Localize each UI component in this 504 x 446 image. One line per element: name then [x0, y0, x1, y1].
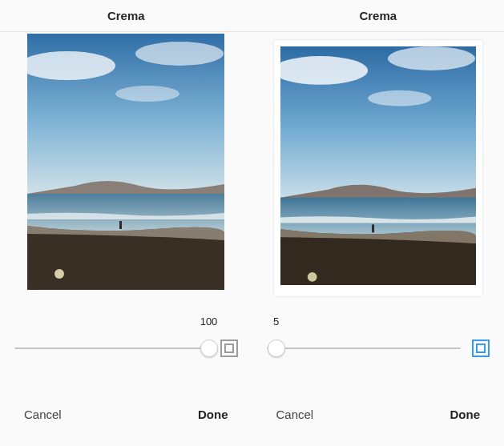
frame-toggle[interactable]: [472, 340, 490, 357]
cancel-button[interactable]: Cancel: [276, 408, 314, 421]
svg-point-9: [388, 46, 475, 70]
intensity-slider[interactable]: [267, 348, 462, 349]
photo-preview: [280, 46, 476, 285]
preview-area: [0, 32, 252, 304]
svg-point-12: [307, 272, 317, 282]
filter-title-label: Crema: [107, 9, 145, 22]
filter-editor: Crema: [0, 0, 504, 446]
svg-rect-13: [372, 224, 374, 232]
frame-icon: [476, 344, 486, 353]
photo-preview: [27, 34, 224, 290]
panel-right: Crema: [252, 0, 505, 446]
svg-point-10: [368, 90, 431, 106]
svg-point-2: [135, 42, 224, 66]
panel-left: Crema: [0, 0, 252, 446]
beach-photo: [280, 46, 476, 285]
filter-title: Crema: [0, 0, 252, 32]
preview-area: [252, 32, 505, 304]
footer: Cancel Done: [0, 392, 252, 440]
slider-value-label: 5: [273, 315, 279, 327]
svg-point-3: [115, 86, 179, 102]
intensity-slider-row: 5: [252, 304, 505, 392]
filter-title: Crema: [252, 0, 505, 32]
slider-track-wrap: [14, 337, 238, 360]
svg-point-5: [54, 269, 64, 279]
intensity-slider[interactable]: [14, 348, 209, 349]
frame-toggle[interactable]: [220, 340, 238, 357]
filter-title-label: Crema: [359, 9, 397, 22]
done-button[interactable]: Done: [198, 408, 228, 421]
slider-thumb[interactable]: [200, 340, 218, 357]
photo-frame: [274, 40, 482, 296]
cancel-button[interactable]: Cancel: [24, 408, 62, 421]
done-button[interactable]: Done: [450, 408, 481, 421]
slider-thumb[interactable]: [268, 340, 285, 357]
slider-track-wrap: [267, 337, 490, 360]
beach-photo: [27, 34, 224, 290]
slider-value-label: 100: [200, 315, 218, 327]
svg-rect-6: [119, 221, 122, 229]
footer: Cancel Done: [252, 392, 505, 440]
frame-icon: [224, 344, 234, 353]
intensity-slider-row: 100: [0, 304, 252, 392]
